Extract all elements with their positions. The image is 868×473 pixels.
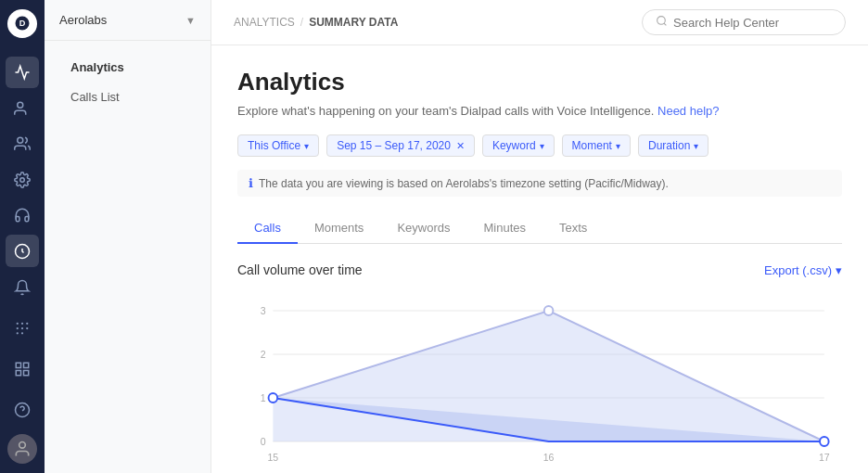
info-icon: ℹ [249, 176, 253, 190]
breadcrumb-bar: ANALYTICS / SUMMARY DATA [211, 0, 868, 45]
nav-bar: D [0, 0, 45, 473]
page-body: Analytics Explore what's happening on yo… [211, 45, 868, 473]
svg-line-22 [664, 23, 666, 25]
svg-point-12 [17, 332, 19, 334]
svg-point-13 [21, 332, 23, 334]
svg-point-6 [17, 323, 19, 325]
breadcrumb-current: SUMMARY DATA [309, 16, 398, 29]
user-avatar[interactable] [7, 434, 37, 464]
tabs: Calls Moments Keywords Minutes Texts [237, 213, 842, 244]
org-name: Aerolabs [59, 13, 107, 27]
svg-point-11 [26, 327, 28, 329]
svg-rect-17 [24, 370, 29, 375]
dialpad-nav-icon[interactable] [6, 312, 39, 345]
svg-rect-15 [24, 363, 29, 367]
svg-text:D: D [19, 19, 26, 29]
help-link[interactable]: Need help? [657, 104, 720, 118]
apps-nav-icon[interactable] [6, 352, 39, 386]
svg-text:1: 1 [261, 392, 266, 403]
help-nav-icon[interactable] [6, 393, 39, 427]
org-dropdown-arrow: ▼ [185, 15, 196, 26]
tab-moments[interactable]: Moments [298, 213, 380, 244]
filter-moment[interactable]: Moment ▾ [562, 134, 631, 157]
svg-point-7 [21, 323, 23, 325]
svg-point-9 [17, 327, 19, 329]
sidebar-item-calls-list[interactable]: Calls List [52, 83, 203, 111]
svg-point-2 [18, 102, 23, 108]
filter-this-office[interactable]: This Office ▾ [237, 134, 319, 157]
breadcrumb-parent: ANALYTICS [234, 16, 295, 29]
svg-text:3: 3 [261, 305, 266, 316]
chart-container: 3 2 1 0 15 [237, 292, 842, 473]
filter-date-range[interactable]: Sep 15 – Sep 17, 2020 ✕ [326, 134, 475, 157]
svg-rect-16 [16, 370, 20, 375]
page-subtitle: Explore what's happening on your team's … [237, 104, 842, 118]
filters-bar: This Office ▾ Sep 15 – Sep 17, 2020 ✕ Ke… [237, 134, 842, 157]
export-arrow-icon: ▾ [836, 263, 842, 277]
main-content: ANALYTICS / SUMMARY DATA Analytics Explo… [211, 0, 868, 473]
filter-duration-arrow-icon: ▾ [694, 141, 698, 151]
chart-header: Call volume over time Export (.csv) ▾ [237, 262, 842, 277]
svg-text:0: 0 [261, 436, 266, 447]
chart-section: Call volume over time Export (.csv) ▾ 3 … [237, 262, 842, 473]
svg-point-3 [18, 137, 23, 143]
analytics-nav-icon[interactable] [6, 57, 39, 89]
headset-nav-icon[interactable] [6, 199, 39, 232]
chart-title: Call volume over time [237, 262, 363, 277]
sidebar-menu: Analytics Calls List [45, 41, 211, 123]
svg-point-8 [26, 323, 28, 325]
info-text: The data you are viewing is based on Aer… [259, 177, 669, 190]
tab-calls[interactable]: Calls [237, 213, 298, 244]
contacts-nav-icon[interactable] [6, 92, 39, 124]
data-point-15-total [269, 393, 278, 403]
svg-text:2: 2 [261, 349, 266, 360]
sidebar: Aerolabs ▼ Analytics Calls List [45, 0, 211, 473]
data-point-16-total [544, 306, 554, 315]
svg-point-20 [19, 441, 26, 448]
chart-nav-icon[interactable] [6, 235, 39, 267]
tab-texts[interactable]: Texts [542, 213, 604, 244]
export-button[interactable]: Export (.csv) ▾ [764, 263, 842, 277]
svg-text:17: 17 [819, 452, 830, 463]
bell-nav-icon[interactable] [6, 271, 39, 304]
svg-point-10 [21, 327, 23, 329]
org-selector[interactable]: Aerolabs ▼ [45, 0, 211, 41]
info-bar: ℹ The data you are viewing is based on A… [237, 170, 842, 197]
tab-keywords[interactable]: Keywords [380, 213, 466, 244]
svg-text:16: 16 [543, 452, 555, 463]
search-icon [656, 15, 668, 30]
app-logo[interactable]: D [7, 9, 37, 38]
data-point-17-total [820, 437, 829, 446]
svg-rect-14 [16, 363, 20, 367]
search-box[interactable] [642, 9, 846, 35]
chart-svg: 3 2 1 0 15 [237, 292, 842, 473]
filter-duration[interactable]: Duration ▾ [638, 134, 708, 157]
svg-point-4 [20, 177, 25, 182]
svg-text:15: 15 [267, 452, 278, 463]
tab-minutes[interactable]: Minutes [466, 213, 542, 244]
filter-keyword[interactable]: Keyword ▾ [482, 134, 555, 157]
breadcrumb: ANALYTICS / SUMMARY DATA [234, 16, 398, 29]
svg-point-21 [657, 17, 666, 25]
filter-remove-icon[interactable]: ✕ [456, 140, 465, 152]
page-title: Analytics [237, 68, 842, 96]
settings-nav-icon[interactable] [6, 163, 39, 196]
team-nav-icon[interactable] [6, 128, 39, 160]
filter-moment-arrow-icon: ▾ [616, 141, 620, 151]
filter-arrow-icon: ▾ [304, 141, 309, 151]
search-input[interactable] [673, 16, 832, 30]
sidebar-item-analytics[interactable]: Analytics [52, 53, 203, 82]
breadcrumb-separator: / [300, 16, 303, 29]
filter-keyword-arrow-icon: ▾ [540, 141, 544, 151]
